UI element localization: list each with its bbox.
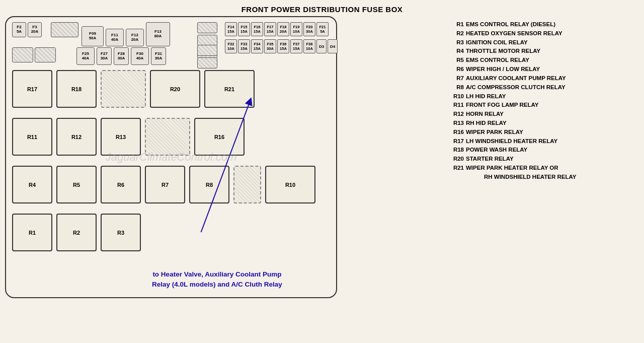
fuse-F34: F3415A [251,39,263,53]
relay-R20: R20 [150,70,200,108]
fuse-hatched-8 [197,57,217,68]
fuse-box-area: JaguarClimateControl.com F25A F320A F095… [5,16,443,298]
legend-item-R10: R10 LH HID RELAY [448,92,639,101]
fuse-F17: F1715A [264,22,276,36]
legend-item-R16: R16 WIPER PARK RELAY [448,128,639,137]
fuse-hatched-2 [197,22,217,33]
fuse-F21: F215A [316,22,329,36]
fuse-F36: F3615A [277,39,289,53]
top-right-fuses-row1: F1415A F1515A F1615A F1715A F1820A F1910… [225,22,329,36]
relay-R21: R21 [204,70,255,108]
legend-item-R7: R7 AUXILIARY COOLANT PUMP RELAY [448,74,639,83]
page-title: FRONT POWER DISTRIBUTION FUSE BOX [0,0,644,16]
legend-item-R5: R5 EMS CONTROL RELAY [448,56,639,65]
relay-R7: R7 [145,166,185,203]
legend-item-R1: R1 EMS CONTROL RELAY (DIESEL) [448,20,639,29]
relay-R12: R12 [56,118,97,156]
legend-item-R4: R4 THROTTLE MOTOR RELAY [448,47,639,56]
component-D4: D4 [328,39,338,53]
fuse-F2: F25A [12,22,26,37]
legend-item-R11: R11 FRONT FOG LAMP RELAY [448,101,639,110]
fuse-F35: F3530A [264,39,276,53]
legend-item-R8: R8 A/C COMPRESSOR CLUTCH RELAY [448,83,639,92]
fuse-F20: F2030A [303,22,315,36]
fuse-F32: F3210A [225,39,237,53]
relay-R17: R17 [12,70,52,108]
relay-row-1: R17 R18 R20 R21 [12,70,255,108]
fuse-F11: F1140A [106,29,124,46]
fuse-F3: F320A [28,22,42,37]
relay-R4: R4 [12,166,52,203]
fuse-F38: F3810A [303,39,315,53]
annotation-line1: to Heater Valve, Auxiliary Coolant Pump [152,269,282,280]
legend-item-R3: R3 IGNITION COIL RELAY [448,38,639,47]
relay-R11: R11 [12,118,52,156]
fuse-F31: F3130A [151,47,166,65]
legend-item-R2: R2 HEATED OXYGEN SENSOR RELAY [448,29,639,38]
fuse-box-border: JaguarClimateControl.com F25A F320A F095… [5,16,337,298]
legend-item-R18: R18 POWER WASH RELAY [448,146,639,155]
second-row-mid: F2540A F2730A F2830A F3040A F3130A [76,47,166,65]
top-right-fuses-row2: F3210A F3315A F3415A F3530A F3615A F3715… [225,39,338,53]
fuse-F25: F2540A [76,47,95,65]
fuse-F28: F2830A [114,47,129,65]
legend-area: R1 EMS CONTROL RELAY (DIESEL) R2 HEATED … [448,16,639,298]
legend-item-R20: R20 STARTER RELAY [448,155,639,164]
relay-R8: R8 [189,166,229,203]
relay-R13: R13 [101,118,141,156]
fuse-hatched-3 [197,35,217,46]
relay-R3: R3 [101,214,141,251]
legend-item-R6: R6 WIPER HIGH / LOW RELAY [448,65,639,74]
fuse-unknown-1 [51,22,78,37]
relay-R6: R6 [101,166,141,203]
fuse-F33: F3315A [238,39,250,53]
top-left-fuses: F25A F320A [12,22,78,37]
relay-row-2: R11 R12 R13 R16 [12,118,245,156]
fuse-F15: F1515A [238,22,250,36]
fuse-F12: F1220A [126,29,144,46]
fuse-F16: F1615A [251,22,263,36]
hatched-blocks-2 [197,45,217,68]
relay-R10: R10 [265,166,315,203]
relay-R1: R1 [12,214,52,251]
fuse-F18: F1820A [277,22,289,36]
fuse-F19: F1910A [290,22,302,36]
fuse-F27: F2730A [97,47,112,65]
relay-unknown-1 [101,70,146,108]
relay-R5: R5 [56,166,97,203]
relay-row-3: R4 R5 R6 R7 R8 R10 [12,166,315,203]
fuse-hatched-7 [197,45,217,56]
fuse-hatched-5 [12,47,33,62]
relay-R16: R16 [194,118,245,156]
relay-R18: R18 [56,70,97,108]
legend-item-R12: R12 HORN RELAY [448,110,639,119]
legend-item-R21-cont: RH WINDSHIELD HEATER RELAY [448,173,639,182]
relay-row-4: R1 R2 R3 [12,214,141,251]
top-mid-fuses: F0950A F1140A F1220A F1380A [82,22,170,46]
relay-R2: R2 [56,214,97,251]
component-D3: D3 [316,39,327,53]
legend-item-R13: R13 RH HID RELAY [448,119,639,128]
annotation-line2: Relay (4.0L models) and A/C Cluth Relay [152,280,282,290]
fuse-F30: F3040A [131,47,149,65]
fuse-hatched-6 [35,47,56,62]
fuse-F09: F0950A [82,26,104,46]
relay-unknown-2 [145,118,190,156]
legend-item-R21: R21 WIPER PARK HEATER RELAY OR [448,164,639,173]
fuse-F14: F1415A [225,22,237,36]
fuse-F37: F3715A [290,39,302,53]
second-row-left [12,47,56,62]
legend-item-R17: R17 LH WINDSHIELD HEATER RELAY [448,137,639,146]
relay-unknown-3 [233,166,261,203]
annotation-area: to Heater Valve, Auxiliary Coolant Pump … [152,269,282,290]
fuse-F13: F1380A [146,22,170,46]
